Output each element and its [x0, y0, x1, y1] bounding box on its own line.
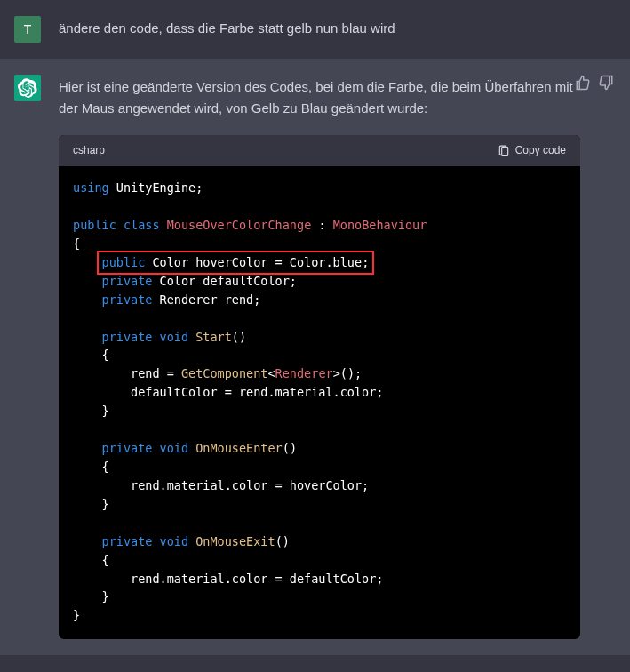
clipboard-icon [498, 145, 510, 157]
copy-code-label: Copy code [515, 142, 566, 159]
user-avatar: T [14, 16, 41, 43]
code-language-label: csharp [73, 142, 105, 159]
user-avatar-letter: T [24, 22, 32, 36]
svg-rect-0 [501, 147, 507, 155]
user-message: T ändere den code, dass die Farbe statt … [0, 0, 630, 59]
code-content[interactable]: using UnityEngine; public class MouseOve… [59, 166, 580, 639]
feedback-buttons [575, 75, 614, 91]
openai-logo-icon [18, 78, 37, 98]
thumbs-down-icon[interactable] [598, 75, 614, 91]
assistant-content: Hier ist eine geänderte Version des Code… [59, 75, 616, 639]
assistant-message: Hier ist eine geänderte Version des Code… [0, 59, 630, 655]
user-message-text: ändere den code, dass die Farbe statt ge… [59, 16, 616, 43]
code-header: csharp Copy code [59, 135, 580, 166]
copy-code-button[interactable]: Copy code [498, 142, 566, 159]
assistant-avatar [14, 75, 41, 101]
code-block: csharp Copy code using UnityEngine; publ… [59, 135, 580, 639]
highlighted-line: public Color hoverColor = Color.blue; [97, 251, 375, 275]
thumbs-up-icon[interactable] [575, 75, 591, 91]
assistant-intro-text: Hier ist eine geänderte Version des Code… [59, 76, 580, 119]
